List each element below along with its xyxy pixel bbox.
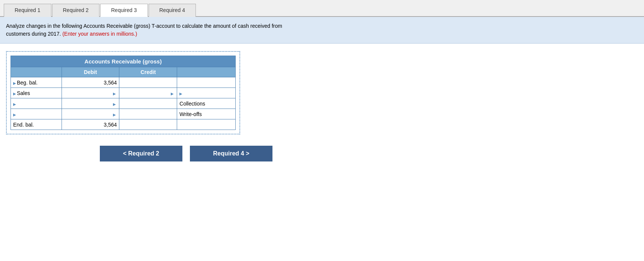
row-debit-end[interactable]: 3,564 — [62, 119, 119, 130]
row-credit-end[interactable] — [119, 119, 177, 130]
tab-required4[interactable]: Required 4 — [149, 4, 196, 17]
header-col1 — [11, 67, 62, 77]
tab-required1[interactable]: Required 1 — [4, 4, 51, 17]
instruction-highlight: (Enter your answers in millions.) — [61, 31, 137, 37]
table-row: Write-offs — [11, 109, 236, 119]
table-row: Collections — [11, 98, 236, 109]
row-label-3 — [11, 98, 62, 109]
row-label-sales: Sales — [11, 88, 62, 98]
prev-button-label: < Required 2 — [123, 150, 159, 157]
row-debit-sales[interactable] — [62, 88, 119, 98]
title-row: Accounts Receivable (gross) — [11, 56, 236, 67]
row-credit-beg[interactable] — [119, 77, 177, 88]
t-account-title: Accounts Receivable (gross) — [11, 56, 236, 67]
table-row: Sales — [11, 88, 236, 98]
instruction-area: Analyze changes in the following Account… — [0, 17, 644, 44]
row-credit-3[interactable] — [119, 98, 177, 109]
row-right-sales — [177, 88, 236, 98]
table-row: End. bal. 3,564 — [11, 119, 236, 130]
t-account-wrapper: Accounts Receivable (gross) Debit Credit… — [6, 51, 240, 134]
row-credit-sales[interactable] — [119, 88, 177, 98]
row-label-beg: Beg. bal. — [11, 77, 62, 88]
instruction-text2: customers during 2017. — [6, 31, 61, 37]
table-row: Beg. bal. 3,564 — [11, 77, 236, 88]
t-account-table: Accounts Receivable (gross) Debit Credit… — [11, 56, 236, 130]
row-debit-4[interactable] — [62, 109, 119, 119]
main-content: Accounts Receivable (gross) Debit Credit… — [0, 44, 644, 169]
row-right-end — [177, 119, 236, 130]
row-credit-4[interactable] — [119, 109, 177, 119]
nav-buttons: < Required 2 Required 4 > — [100, 146, 272, 161]
row-right-beg — [177, 77, 236, 88]
row-debit-3[interactable] — [62, 98, 119, 109]
row-label-4 — [11, 109, 62, 119]
next-button-label: Required 4 > — [213, 150, 249, 157]
row-debit-beg[interactable]: 3,564 — [62, 77, 119, 88]
instruction-text1: Analyze changes in the following Account… — [6, 23, 282, 29]
tab-required3[interactable]: Required 3 — [100, 4, 148, 17]
header-col4 — [177, 67, 236, 77]
row-label-end: End. bal. — [11, 119, 62, 130]
header-credit: Credit — [119, 67, 177, 77]
prev-button[interactable]: < Required 2 — [100, 146, 182, 161]
row-right-writeoffs: Write-offs — [177, 109, 236, 119]
header-row: Debit Credit — [11, 67, 236, 77]
header-debit: Debit — [62, 67, 119, 77]
tabs-container: Required 1 Required 2 Required 3 Require… — [0, 0, 644, 17]
next-button[interactable]: Required 4 > — [190, 146, 272, 161]
row-right-collections: Collections — [177, 98, 236, 109]
tab-required2[interactable]: Required 2 — [52, 4, 100, 17]
